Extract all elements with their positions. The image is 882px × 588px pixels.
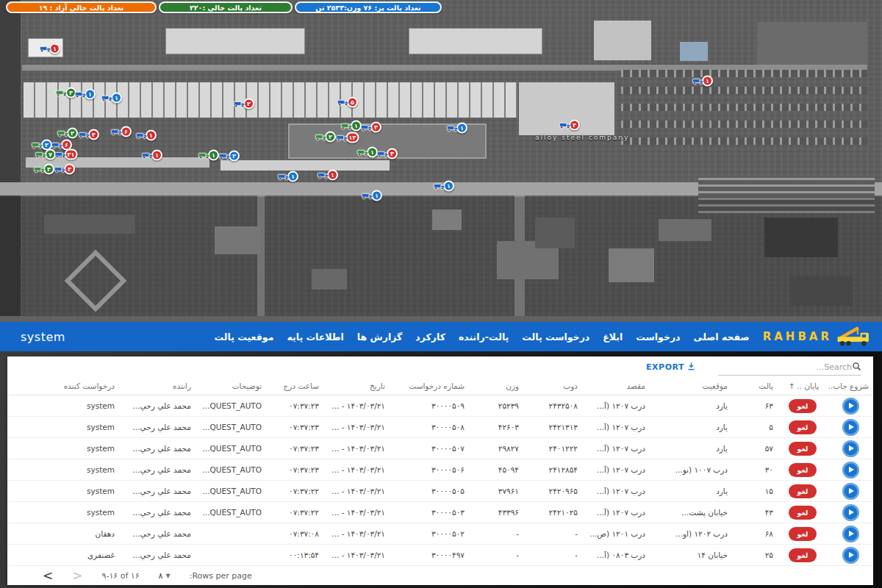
- blue-truck-icon: [101, 91, 113, 105]
- pallet-marker[interactable]: ۴: [79, 128, 99, 142]
- column-header-start-job[interactable]: شروع جاب..: [828, 377, 873, 395]
- nav-item-7[interactable]: اطلاعات پایه: [287, 331, 343, 343]
- start-job-button[interactable]: [842, 526, 859, 542]
- pallet-marker[interactable]: ۲۱: [55, 148, 78, 162]
- cell-melt: -: [523, 523, 582, 545]
- rahbar-logo[interactable]: RAHBAR: [763, 324, 872, 349]
- start-job-button[interactable]: [842, 419, 859, 436]
- column-header-requester[interactable]: درخواست کننده: [7, 377, 119, 395]
- pallet-marker[interactable]: ۴: [34, 162, 54, 176]
- pallet-marker[interactable]: ۵: [337, 96, 358, 110]
- nav-item-6[interactable]: گزارش ها: [357, 331, 403, 343]
- start-job-button[interactable]: [842, 462, 859, 478]
- pallet-marker[interactable]: ۲: [234, 97, 254, 111]
- cell-pallet: ۴۳: [732, 502, 778, 523]
- cell-request-no: ۳۰۰۰۰۵۰۸: [390, 417, 469, 438]
- blue-truck-icon: [559, 118, 571, 132]
- cell-weight: ۴۵۰۹۴: [469, 459, 523, 481]
- cell-location: خیابان پشت...: [650, 502, 732, 523]
- table-row: لغو۴۳خیابان پشت...درب ۱۲۰۷ (آ...۲۴۲۱۰۲۵۴…: [7, 502, 873, 523]
- pallet-marker[interactable]: ۱: [142, 148, 162, 162]
- pallet-marker[interactable]: ۱: [357, 146, 378, 159]
- pallet-marker[interactable]: ۱: [198, 148, 219, 162]
- column-header-location[interactable]: موقعیت: [650, 377, 732, 395]
- column-header-weight[interactable]: وزن: [469, 377, 523, 395]
- cancel-button[interactable]: لغو: [789, 442, 817, 456]
- nav-item-4[interactable]: پالت-راننده: [459, 331, 509, 343]
- cell-comment: QUEST_AUTO...: [196, 417, 266, 438]
- cell-start-job: [828, 523, 873, 545]
- cell-comment: QUEST_AUTO...: [196, 395, 266, 417]
- cancel-button[interactable]: لغو: [789, 527, 817, 541]
- nav-item-2[interactable]: ابلاغ: [603, 331, 623, 343]
- pallet-marker[interactable]: ۱: [447, 121, 467, 135]
- pallet-marker[interactable]: ۱: [101, 91, 122, 105]
- column-header-pallet[interactable]: پالت: [732, 377, 778, 395]
- sort-ascending-icon: ↑: [789, 382, 795, 390]
- pallet-marker[interactable]: ۳: [54, 162, 75, 176]
- nav-item-3[interactable]: درخواست پالت: [522, 331, 589, 343]
- cancel-button[interactable]: لغو: [789, 506, 817, 520]
- search-input[interactable]: [718, 362, 852, 372]
- cell-comment: QUEST_AUTO...: [196, 481, 266, 502]
- cell-pallet: ۶۸: [732, 523, 778, 545]
- start-job-button[interactable]: [842, 547, 859, 564]
- cell-end: لغو: [778, 545, 828, 566]
- pallet-marker[interactable]: ۱: [692, 74, 713, 88]
- rows-per-page-select[interactable]: ۸ ▼: [159, 571, 171, 581]
- column-header-end[interactable]: پایان ..↑: [778, 377, 828, 395]
- play-icon: [849, 552, 854, 558]
- pallet-marker[interactable]: ۳: [56, 86, 76, 100]
- cell-driver: محمد علي رحي...: [119, 481, 196, 502]
- column-header-request-number[interactable]: شماره درخواست: [390, 377, 469, 395]
- pallet-marker[interactable]: ۳: [377, 147, 398, 161]
- chevron-right-button[interactable]: >: [72, 570, 82, 582]
- cell-date: ۱۴۰۳/۰۳/۲۱ - ...: [323, 481, 390, 502]
- nav-item-0[interactable]: صفحه اصلی: [694, 331, 750, 343]
- cancel-button[interactable]: لغو: [789, 548, 817, 562]
- pallet-marker[interactable]: ۴: [559, 118, 580, 132]
- pallet-marker[interactable]: ۱: [136, 129, 157, 143]
- nav-item-1[interactable]: درخواست: [636, 331, 680, 343]
- nav-item-5[interactable]: کارکرد: [415, 331, 445, 343]
- cancel-button[interactable]: لغو: [789, 399, 817, 413]
- nav-item-8[interactable]: موقعیت پالت: [215, 331, 274, 343]
- column-header-melt[interactable]: ذوب: [523, 377, 582, 395]
- table-row: لغو۶۳یارددرب ۱۲۰۷ (آ...۲۴۳۲۵۰۸۲۵۲۳۹۳۰۰۰۰…: [7, 395, 873, 417]
- start-job-button[interactable]: [842, 504, 859, 521]
- pallet-marker[interactable]: ۱: [278, 170, 298, 184]
- column-header-insert-time[interactable]: ساعت درج: [266, 377, 323, 395]
- pallet-marker[interactable]: ۱: [318, 168, 338, 182]
- pallet-marker[interactable]: ۳: [361, 121, 381, 135]
- cancel-button[interactable]: لغو: [789, 484, 817, 498]
- start-job-button[interactable]: [842, 398, 859, 415]
- column-header-driver[interactable]: راننده: [119, 377, 196, 395]
- start-job-button[interactable]: [842, 440, 859, 457]
- export-button[interactable]: EXPORT: [646, 362, 696, 373]
- cancel-button[interactable]: لغو: [789, 463, 817, 477]
- column-header-comments[interactable]: توضیحات: [196, 377, 266, 395]
- pallet-marker[interactable]: ۶: [111, 125, 132, 139]
- column-header-destination[interactable]: مقصد: [582, 377, 650, 395]
- cell-comment: QUEST_AUTO...: [196, 459, 266, 481]
- cancel-button[interactable]: لغو: [789, 420, 817, 434]
- cell-requester: system: [7, 395, 119, 417]
- pallet-marker[interactable]: ۱: [434, 179, 454, 193]
- pallet-marker[interactable]: ۱۲: [337, 131, 359, 145]
- cell-weight: -: [469, 545, 523, 566]
- pallet-marker[interactable]: ۲: [315, 130, 336, 144]
- cell-date: ۱۴۰۳/۰۳/۲۱ - ...: [323, 502, 390, 523]
- pallet-marker[interactable]: ۷: [35, 148, 56, 162]
- column-header-date[interactable]: تاریخ: [323, 377, 390, 395]
- pallet-marker[interactable]: ۱: [362, 189, 382, 203]
- chevron-left-button[interactable]: <: [43, 570, 53, 582]
- cell-destination: درب ۱۲۰۷ (آ...: [582, 417, 650, 438]
- table-row: لغو۳۰درب ۱۰۰۷ (نو...درب ۱۲۰۷ (آ...۲۴۱۲۸۵…: [7, 459, 873, 481]
- pallet-marker[interactable]: ۱: [40, 42, 60, 56]
- blue-truck-icon: [111, 125, 123, 139]
- start-job-button[interactable]: [842, 483, 859, 500]
- pallet-marker[interactable]: ۱: [75, 87, 96, 101]
- cell-comment: [196, 523, 266, 545]
- pallet-marker[interactable]: ۲: [219, 149, 240, 163]
- green-truck-icon: [357, 146, 369, 159]
